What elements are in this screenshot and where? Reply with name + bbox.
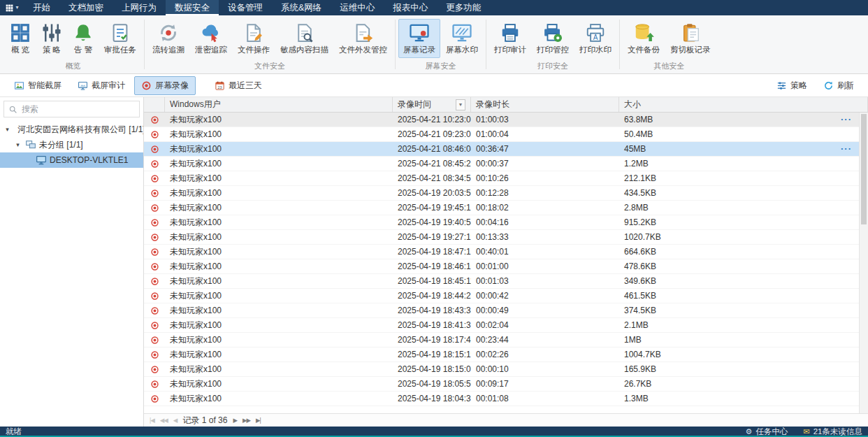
expander-icon[interactable]: ▾ [3, 126, 12, 133]
table-row[interactable]: 未知玩家x1002025-04-19 18:05:5000:09:1726.7K… [144, 377, 868, 392]
ribbon-group-label: 文件安全 [145, 60, 395, 73]
table-row[interactable]: 未知玩家x1002025-04-19 19:27:1900:13:331020.… [144, 230, 868, 245]
row-more-button[interactable]: ··· [841, 146, 852, 152]
table-row[interactable]: 未知玩家x1002025-04-21 08:34:5900:10:26212.1… [144, 171, 868, 186]
column-header-size[interactable]: 大小 [619, 97, 868, 112]
filter-dropdown-icon[interactable]: ▼ [456, 99, 465, 110]
cell-duration-text: 00:02:04 [476, 320, 509, 330]
cell-time-text: 2025-04-19 18:45:11 [398, 276, 471, 286]
app-menu-button[interactable]: ▾ [0, 0, 24, 15]
ribbon-item-screen-record[interactable]: 屏幕记录 [398, 19, 440, 58]
table-row[interactable]: 未知玩家x1002025-04-19 18:41:3100:02:042.1MB [144, 318, 868, 333]
ribbon-item-approval-tasks[interactable]: 审批任务 [99, 19, 141, 58]
tree-node-company[interactable]: ▾河北安固云网络科技有限公司 [1/1] [0, 122, 143, 137]
toolbar-button-smart-capture[interactable]: 智能截屏 [7, 76, 68, 95]
table-row[interactable]: 未知玩家x1002025-04-19 19:45:1200:18:022.8MB [144, 201, 868, 215]
print-watermark-icon: A [585, 22, 606, 43]
table-row[interactable]: 未知玩家x1002025-04-21 08:46:0400:36:4745MB·… [144, 142, 868, 157]
table-row[interactable]: 未知玩家x1002025-04-19 18:17:4600:23:441MB [144, 333, 868, 348]
ribbon-item-policy[interactable]: 策 略 [36, 19, 67, 58]
ribbon-item-file-ops[interactable]: 文件操作 [233, 19, 275, 58]
cell-duration: 00:04:16 [471, 217, 619, 227]
table-row[interactable]: 未知玩家x1002025-04-19 18:15:0900:00:10165.9… [144, 362, 868, 377]
first-page-button[interactable]: |◀ [150, 417, 154, 424]
ribbon-item-leak-track[interactable]: 泄密追踪 [190, 19, 232, 58]
table-row[interactable]: 未知玩家x1002025-04-19 18:15:1900:02:261004.… [144, 348, 868, 362]
menu-item-web-behavior[interactable]: 上网行为 [113, 0, 166, 15]
cell-time-text: 2025-04-19 19:45:12 [398, 203, 471, 213]
table-row[interactable]: 未知玩家x1002025-04-19 19:40:5400:04:16915.2… [144, 215, 868, 230]
prev-group-button[interactable]: ◀◀ [160, 417, 168, 424]
menu-item-system-network[interactable]: 系统&网络 [272, 0, 331, 15]
table-row[interactable]: 未知玩家x1002025-04-19 20:03:5000:12:28434.5… [144, 186, 868, 201]
column-header-duration[interactable]: 录像时长 [471, 97, 619, 112]
search-box[interactable] [3, 101, 140, 117]
record-dot-icon [150, 336, 159, 345]
ribbon-item-flow-trace[interactable]: 流转追溯 [147, 19, 189, 58]
table-row[interactable]: 未知玩家x1002025-04-19 18:04:3900:01:081.3MB [144, 392, 868, 406]
ribbon-item-print-audit[interactable]: 打印审计 [489, 19, 531, 58]
ribbon-item-overview[interactable]: 概 览 [5, 19, 36, 58]
view-toolbar: 智能截屏截屏审计屏幕录像23最近三天 策略刷新 [0, 74, 868, 97]
search-icon [8, 105, 17, 114]
record-cell [144, 277, 165, 286]
menu-item-start[interactable]: 开始 [24, 0, 59, 15]
cell-time-text: 2025-04-19 18:17:46 [398, 335, 471, 345]
record-dot-icon [150, 380, 159, 389]
menu-item-device-mgmt[interactable]: 设备管理 [219, 0, 272, 15]
cell-size-text: 2.8MB [624, 203, 649, 213]
menu-item-data-security[interactable]: 数据安全 [166, 0, 219, 15]
next-page-button[interactable]: ▶ [233, 417, 237, 424]
refresh-icon [823, 80, 834, 91]
table-row[interactable]: 未知玩家x1002025-04-19 18:46:1600:01:00478.6… [144, 259, 868, 274]
ribbon-item-print-watermark[interactable]: A打印水印 [574, 19, 616, 58]
toolbar-button-recent-3-days[interactable]: 23最近三天 [208, 76, 269, 95]
ribbon-group-label: 打印安全 [486, 60, 619, 73]
toolbar-button-screen-recording[interactable]: 屏幕录像 [134, 76, 196, 95]
menu-item-ops-center[interactable]: 运维中心 [331, 0, 384, 15]
tree-node-ungrouped[interactable]: ▾未分组 [1/1] [0, 137, 143, 152]
last-page-button[interactable]: ▶| [256, 417, 261, 424]
cell-user: 未知玩家x100 [165, 305, 393, 317]
table-row[interactable]: 未知玩家x1002025-04-19 18:47:1700:40:01664.6… [144, 245, 868, 259]
scrollbar-thumb[interactable] [861, 114, 867, 224]
task-center-button[interactable]: ⚙ 任务中心 [746, 427, 788, 437]
unread-messages-button[interactable]: ✉ 21条未读信息 [803, 427, 862, 437]
ribbon-item-sensitive-scan[interactable]: 敏感内容扫描 [275, 19, 333, 58]
next-group-button[interactable]: ▶▶ [243, 417, 250, 424]
table-row[interactable]: 未知玩家x1002025-04-21 08:45:2600:00:371.2MB [144, 157, 868, 171]
cell-time: 2025-04-21 10:23:09 [393, 115, 471, 124]
toolbar-button-capture-audit[interactable]: 截屏审计 [71, 76, 132, 95]
vertical-scrollbar[interactable] [859, 113, 868, 413]
ribbon-item-label: 文件操作 [238, 45, 270, 55]
menu-item-report-center[interactable]: 报表中心 [384, 0, 437, 15]
column-label: 录像时长 [476, 99, 509, 110]
ribbon-item-print-control[interactable]: 打印管控 [532, 19, 574, 58]
ribbon-item-screen-watermark[interactable]: 屏幕水印 [441, 19, 483, 58]
cell-time: 2025-04-19 18:05:50 [393, 379, 471, 389]
column-header-user[interactable]: Windows用户 [165, 97, 393, 112]
prev-page-button[interactable]: ◀ [173, 417, 178, 424]
table-row[interactable]: 未知玩家x1002025-04-19 18:43:3800:00:49374.5… [144, 303, 868, 318]
table-row[interactable]: 未知玩家x1002025-04-21 10:23:0901:00:0363.8M… [144, 113, 868, 127]
menu-item-more-features[interactable]: 更多功能 [437, 0, 490, 15]
search-input[interactable] [22, 104, 135, 114]
column-header-time[interactable]: 录像时间▼ [393, 97, 471, 112]
ribbon-item-alert[interactable]: 告 警 [68, 19, 99, 58]
cell-duration-text: 01:00:03 [476, 115, 509, 124]
table-row[interactable]: 未知玩家x1002025-04-19 18:45:1100:01:03349.6… [144, 274, 868, 289]
ribbon-item-file-backup[interactable]: 文件备份 [623, 19, 665, 58]
record-cell [144, 115, 165, 124]
ribbon-item-clipboard-record[interactable]: 剪切板记录 [665, 19, 716, 58]
toolbar-button-refresh[interactable]: 刷新 [816, 76, 861, 95]
toolbar-button-policy[interactable]: 策略 [769, 76, 814, 95]
cell-size-text: 1020.7KB [624, 232, 661, 242]
table-row[interactable]: 未知玩家x1002025-04-21 09:23:0501:00:0450.4M… [144, 127, 868, 142]
cell-user: 未知玩家x100 [165, 158, 393, 170]
table-row[interactable]: 未知玩家x1002025-04-19 18:44:2800:00:42461.5… [144, 289, 868, 303]
tree-node-desktop-vlktle1[interactable]: DESKTOP-VLKTLE1 [0, 152, 143, 168]
row-more-button[interactable]: ··· [841, 117, 852, 122]
expander-icon[interactable]: ▾ [13, 141, 22, 148]
menu-item-doc-encrypt[interactable]: 文档加密 [59, 0, 113, 15]
ribbon-item-file-outgoing[interactable]: 文件外发管控 [334, 19, 392, 58]
